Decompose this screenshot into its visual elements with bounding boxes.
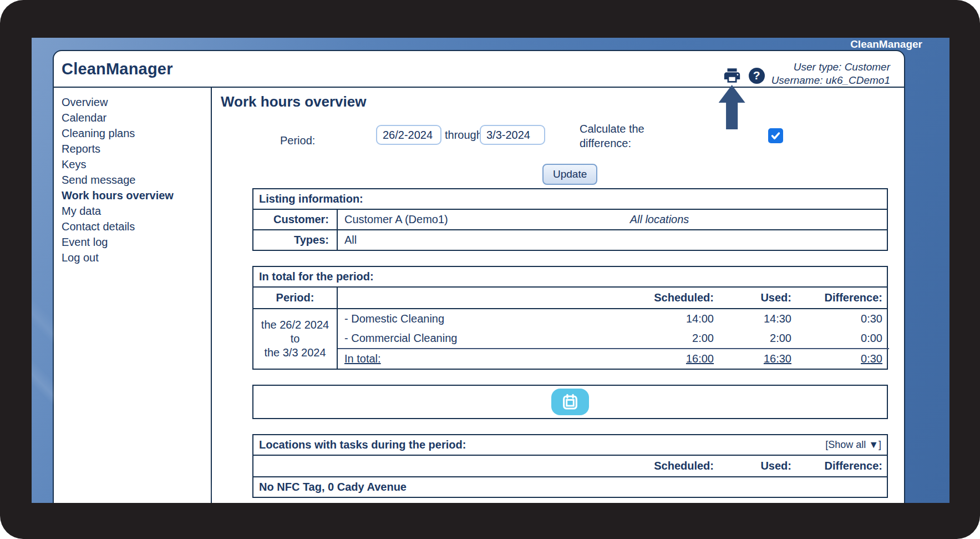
totals-title-text: In total for the period:: [259, 270, 374, 283]
customer-note: All locations: [571, 210, 748, 229]
row-scheduled: 2:00: [610, 329, 720, 348]
total-row-difference: 0:30: [798, 348, 889, 369]
update-button[interactable]: Update: [542, 164, 597, 185]
app-logo: CleanManager: [62, 60, 173, 87]
types-label: Types:: [253, 230, 338, 250]
app-window: CleanManager ? User type: Customer: [53, 50, 905, 503]
calendar-icon: [561, 393, 579, 411]
row-name: - Commercial Cleaning: [338, 329, 610, 348]
filter-area: Period: through Calculate the difference…: [221, 110, 904, 188]
app-header: CleanManager ? User type: Customer: [54, 51, 904, 88]
locations-column-headers: Scheduled: Used: Difference:: [253, 456, 887, 477]
browser-screen: CleanManager CleanManager ?: [32, 38, 949, 503]
totals-title: In total for the period:: [253, 267, 887, 288]
sidebar-item-cleaning-plans[interactable]: Cleaning plans: [62, 125, 211, 141]
customer-label: Customer:: [253, 210, 338, 229]
screenshot-stage: CleanManager CleanManager ?: [0, 0, 980, 539]
calculate-difference-checkbox[interactable]: [768, 128, 783, 143]
column-header-scheduled: Scheduled:: [610, 456, 720, 476]
device-frame: CleanManager CleanManager ?: [0, 0, 980, 539]
total-row-name: In total:: [338, 348, 610, 369]
customer-value: Customer A (Demo1): [338, 210, 571, 229]
table-row: Customer: Customer A (Demo1) All locatio…: [253, 210, 887, 229]
total-row-used: 16:30: [720, 348, 798, 369]
types-note: [571, 230, 748, 250]
period-label: Period:: [280, 134, 315, 147]
row-used: 2:00: [720, 329, 798, 348]
through-label: through: [445, 129, 483, 142]
listing-information-title: Listing information:: [253, 189, 887, 210]
sidebar-item-my-data[interactable]: My data: [62, 203, 211, 219]
calculate-difference-label: Calculate the difference:: [580, 122, 679, 150]
row-difference: 0:00: [798, 329, 889, 348]
app-body: Overview Calendar Cleaning plans Reports…: [54, 88, 904, 503]
username-text: Username: uk6_CDemo1: [771, 74, 890, 87]
totals-column-headers: Period: Scheduled: Used: Difference:: [253, 288, 887, 309]
sidebar-item-log-out[interactable]: Log out: [62, 250, 211, 265]
sidebar-item-overview[interactable]: Overview: [62, 94, 211, 110]
total-row-scheduled: 16:00: [610, 348, 720, 369]
window-title: CleanManager: [850, 38, 922, 51]
column-header-used: Used:: [720, 456, 798, 476]
locations-title-row: Locations with tasks during the period: …: [253, 435, 887, 456]
sidebar-item-send-message[interactable]: Send message: [62, 172, 211, 188]
sidebar-item-contact-details[interactable]: Contact details: [62, 219, 211, 234]
column-header-difference: Difference:: [798, 456, 889, 476]
column-header-difference: Difference:: [798, 288, 889, 308]
print-button[interactable]: [722, 66, 742, 85]
user-info: User type: Customer Username: uk6_CDemo1: [771, 61, 890, 87]
page-title: Work hours overview: [221, 93, 904, 110]
calendar-view-button[interactable]: [551, 389, 589, 415]
column-header-period: Period:: [253, 288, 338, 308]
listing-information-title-text: Listing information:: [259, 193, 363, 205]
sidebar-item-work-hours-overview[interactable]: Work hours overview: [62, 188, 211, 203]
totals-table: In total for the period: Period: Schedul…: [252, 266, 888, 370]
types-value: All: [338, 230, 571, 250]
column-header-used: Used:: [720, 288, 798, 308]
listing-information-table: Listing information: Customer: Customer …: [252, 188, 888, 251]
totals-body: the 26/2 2024 to the 3/3 2024 - Domestic…: [253, 309, 887, 369]
sidebar: Overview Calendar Cleaning plans Reports…: [54, 88, 212, 503]
row-scheduled: 14:00: [610, 309, 720, 329]
calendar-action-box: [252, 385, 888, 419]
column-header-scheduled: Scheduled:: [610, 288, 720, 308]
question-mark-icon: ?: [753, 69, 760, 82]
sidebar-item-reports[interactable]: Reports: [62, 141, 211, 157]
location-row[interactable]: No NFC Tag, 0 Cady Avenue: [253, 477, 887, 497]
sidebar-item-event-log[interactable]: Event log: [62, 234, 211, 250]
period-to-input[interactable]: [480, 125, 545, 145]
sidebar-item-keys[interactable]: Keys: [62, 157, 211, 172]
locations-table: Locations with tasks during the period: …: [252, 434, 888, 498]
print-icon[interactable]: [722, 66, 742, 85]
period-range-cell: the 26/2 2024 to the 3/3 2024: [253, 309, 338, 369]
show-all-dropdown[interactable]: [Show all ▼]: [825, 439, 881, 451]
locations-title-text: Locations with tasks during the period:: [259, 439, 466, 451]
header-right: ? User type: Customer Username: uk6_CDem…: [722, 51, 904, 87]
main-content: Work hours overview Period: through Calc…: [212, 88, 904, 503]
row-name: - Domestic Cleaning: [338, 309, 610, 329]
row-used: 14:30: [720, 309, 798, 329]
sidebar-item-calendar[interactable]: Calendar: [62, 110, 211, 125]
user-type-text: User type: Customer: [771, 61, 890, 74]
table-row: Types: All: [253, 229, 887, 250]
help-button[interactable]: ?: [749, 68, 765, 84]
period-from-input[interactable]: [376, 125, 441, 145]
row-difference: 0:30: [798, 309, 889, 329]
checkmark-icon: [770, 130, 781, 141]
